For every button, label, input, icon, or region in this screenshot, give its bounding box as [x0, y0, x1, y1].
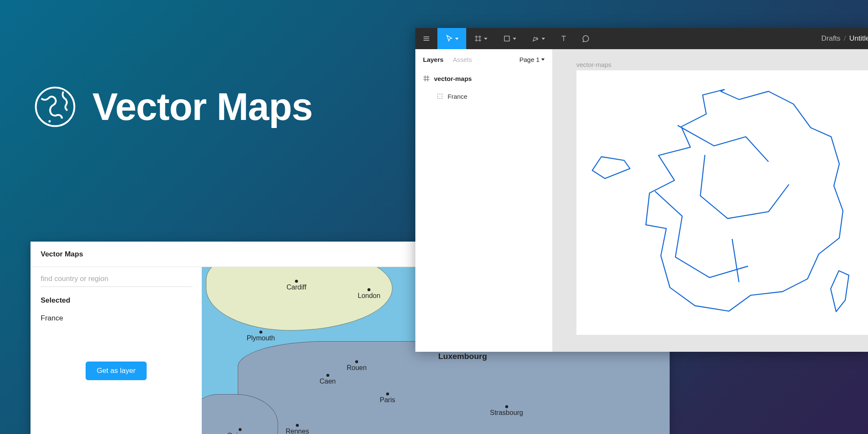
move-tool-icon[interactable] — [437, 28, 466, 49]
canvas[interactable]: vector-maps — [553, 49, 868, 352]
layer-child[interactable]: France — [415, 87, 552, 105]
tab-assets[interactable]: Assets — [453, 56, 472, 63]
svg-point-6 — [437, 96, 438, 97]
layer-child-label: France — [448, 93, 467, 100]
svg-point-9 — [440, 98, 440, 99]
selected-heading: Selected — [41, 296, 192, 305]
city-rouen: Rouen — [347, 360, 367, 372]
page-selector[interactable]: Page 1 — [519, 56, 545, 63]
breadcrumb[interactable]: Drafts / Untitle — [821, 28, 868, 49]
svg-point-7 — [442, 96, 442, 97]
svg-point-1 — [48, 120, 50, 122]
layers-panel: Layers Assets Page 1 vector-maps France — [415, 49, 553, 352]
svg-point-10 — [442, 98, 442, 99]
comment-tool-icon[interactable] — [575, 28, 597, 49]
svg-point-3 — [437, 94, 438, 95]
toolbar: Drafts / Untitle — [415, 28, 868, 49]
city-quimper: Quimper — [227, 428, 253, 434]
city-cardiff: Cardiff — [287, 280, 306, 291]
layer-frame[interactable]: vector-maps — [415, 70, 552, 87]
design-tool-window: Drafts / Untitle Layers Assets Page 1 ve… — [415, 28, 868, 352]
vector-outline — [581, 75, 865, 330]
canvas-frame[interactable] — [576, 70, 868, 335]
selected-item[interactable]: France — [41, 314, 192, 323]
city-caen: Caen — [320, 374, 336, 385]
city-plymouth: Plymouth — [247, 331, 275, 342]
frame-label: vector-maps — [576, 61, 612, 68]
svg-rect-2 — [504, 36, 509, 41]
svg-point-0 — [36, 88, 75, 126]
frame-icon — [423, 75, 430, 82]
globe-icon — [33, 85, 77, 129]
plugin-sidebar: Selected France Get as layer — [31, 267, 202, 434]
city-london: London — [358, 288, 380, 300]
svg-point-5 — [442, 94, 442, 95]
plugin-title: Vector Maps — [41, 250, 83, 259]
hero-title: Vector Maps — [92, 85, 312, 129]
layer-frame-label: vector-maps — [434, 75, 472, 82]
group-icon — [437, 93, 443, 100]
tab-layers[interactable]: Layers — [423, 56, 443, 63]
label-luxembourg: Luxembourg — [438, 352, 487, 361]
city-paris: Paris — [380, 392, 395, 404]
frame-tool-icon[interactable] — [466, 28, 495, 49]
svg-point-8 — [437, 98, 438, 99]
city-strasbourg: Strasbourg — [490, 405, 523, 417]
shape-tool-icon[interactable] — [495, 28, 524, 49]
text-tool-icon[interactable] — [553, 28, 575, 49]
search-input[interactable] — [41, 275, 192, 283]
menu-icon[interactable] — [415, 28, 437, 49]
crumb-file: Untitle — [849, 34, 868, 43]
hero: Vector Maps — [33, 85, 312, 129]
svg-point-4 — [440, 94, 440, 95]
get-as-layer-button[interactable]: Get as layer — [86, 362, 147, 380]
city-rennes: Rennes — [286, 424, 309, 434]
crumb-location: Drafts — [821, 34, 840, 43]
pen-tool-icon[interactable] — [524, 28, 553, 49]
